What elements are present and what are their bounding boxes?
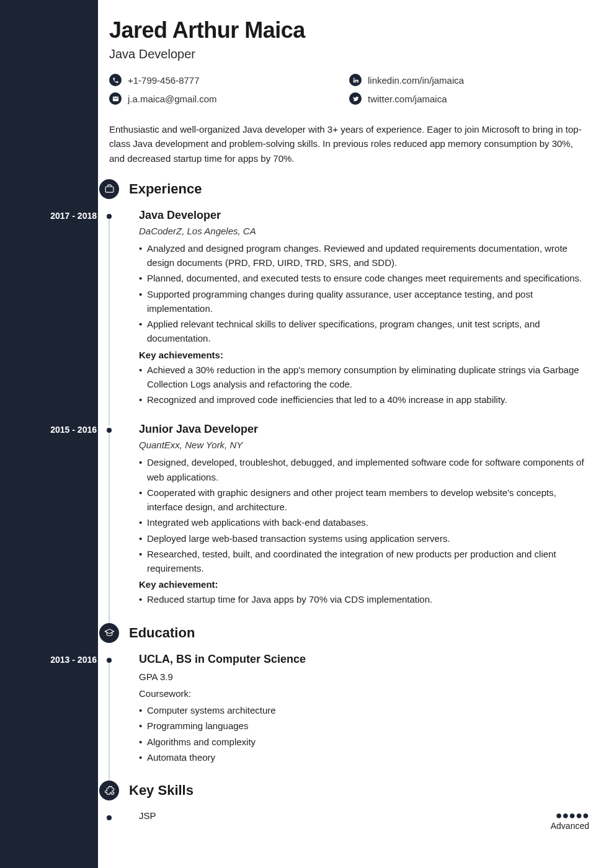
entry-title: Junior Java Developer bbox=[139, 423, 589, 436]
bullet-item: Cooperated with graphic designers and ot… bbox=[139, 485, 589, 515]
bullet-item: Planned, documented, and executed tests … bbox=[139, 271, 589, 285]
entry-bullets: Analyzed and designed program changes. R… bbox=[139, 241, 589, 346]
experience-header: Experience bbox=[99, 179, 589, 199]
skills-header: Key Skills bbox=[99, 781, 589, 800]
entry-title: Java Developer bbox=[139, 209, 589, 222]
entry-title: UCLA, BS in Computer Science bbox=[139, 653, 589, 666]
bullet-item: Analyzed and designed program changes. R… bbox=[139, 241, 589, 270]
bullet-item: Deployed large web-based transaction sys… bbox=[139, 531, 589, 546]
linkedin-value: linkedin.com/in/jamaica bbox=[368, 75, 464, 86]
gpa: GPA 3.9 bbox=[139, 670, 589, 684]
bullet-item: Researched, tested, built, and coordinat… bbox=[139, 547, 589, 576]
timeline-line bbox=[109, 429, 110, 625]
contact-phone: +1-799-456-8777 bbox=[109, 74, 349, 86]
main-content: Jared Arthur Maica Java Developer +1-799… bbox=[98, 0, 614, 868]
briefcase-icon bbox=[99, 179, 119, 199]
bullet-item: Designed, developed, troubleshot, debugg… bbox=[139, 455, 589, 484]
key-achievements-bullets: Achieved a 30% reduction in the app's me… bbox=[139, 363, 589, 407]
key-achievements-label: Key achievements: bbox=[139, 350, 589, 360]
phone-value: +1-799-456-8777 bbox=[128, 75, 200, 86]
timeline-dot bbox=[107, 658, 112, 663]
person-name: Jared Arthur Maica bbox=[109, 17, 589, 43]
key-achievements-label: Key achievement: bbox=[139, 579, 589, 590]
summary: Enthusiastic and well-organized Java dev… bbox=[109, 122, 589, 166]
rating-dots: ●●●●● bbox=[551, 809, 589, 822]
skill-entry: JSP●●●●●Advanced bbox=[109, 810, 589, 821]
coursework-list: Computer systems architectureProgramming… bbox=[139, 703, 589, 764]
email-value: j.a.maica@gmail.com bbox=[128, 94, 217, 104]
bullet-item: Achieved a 30% reduction in the app's me… bbox=[139, 363, 589, 392]
timeline-dot bbox=[107, 214, 112, 219]
puzzle-icon bbox=[99, 781, 119, 800]
entry-company: DaCoderZ, Los Angeles, CA bbox=[139, 226, 589, 236]
experience-entry: 2015 - 2016Junior Java DeveloperQuantExx… bbox=[109, 423, 589, 606]
linkedin-icon bbox=[349, 74, 362, 86]
skill-rating: ●●●●●Advanced bbox=[551, 809, 589, 831]
contacts: +1-799-456-8777 j.a.maica@gmail.com link… bbox=[109, 74, 589, 111]
contact-linkedin: linkedin.com/in/jamaica bbox=[349, 74, 589, 86]
email-icon bbox=[109, 92, 122, 105]
education-header: Education bbox=[99, 623, 589, 643]
timeline-line bbox=[109, 659, 110, 784]
experience-title: Experience bbox=[129, 181, 202, 197]
bullet-item: Algorithms and complexity bbox=[139, 735, 589, 749]
twitter-icon bbox=[349, 92, 362, 105]
graduation-cap-icon bbox=[99, 623, 119, 643]
bullet-item: Integrated web applications with back-en… bbox=[139, 515, 589, 529]
bullet-item: Recognized and improved code inefficienc… bbox=[139, 392, 589, 407]
skills-title: Key Skills bbox=[129, 782, 194, 799]
twitter-value: twitter.com/jamaica bbox=[368, 94, 447, 104]
timeline-dot bbox=[107, 428, 112, 433]
bullet-item: Automata theory bbox=[139, 750, 589, 764]
entry-company: QuantExx, New York, NY bbox=[139, 440, 589, 450]
entry-date: 2017 - 2018 bbox=[29, 211, 97, 221]
job-title: Java Developer bbox=[109, 47, 589, 61]
contact-twitter: twitter.com/jamaica bbox=[349, 92, 589, 105]
education-title: Education bbox=[129, 625, 195, 641]
entry-date: 2015 - 2016 bbox=[29, 425, 97, 435]
phone-icon bbox=[109, 74, 122, 86]
skill-level: Advanced bbox=[551, 821, 589, 831]
bullet-item: Supported programming changes during qua… bbox=[139, 287, 589, 316]
contact-email: j.a.maica@gmail.com bbox=[109, 92, 349, 105]
resume-page: Jared Arthur Maica Java Developer +1-799… bbox=[0, 0, 614, 868]
entry-date: 2013 - 2016 bbox=[29, 655, 97, 665]
timeline-line bbox=[109, 215, 110, 426]
timeline-dot bbox=[107, 815, 112, 820]
svg-rect-0 bbox=[105, 187, 113, 192]
bullet-item: Computer systems architecture bbox=[139, 703, 589, 717]
experience-entry: 2017 - 2018Java DeveloperDaCoderZ, Los A… bbox=[109, 209, 589, 407]
bullet-item: Programming languages bbox=[139, 719, 589, 733]
education-entry: 2013 - 2016UCLA, BS in Computer ScienceG… bbox=[109, 653, 589, 765]
bullet-item: Reduced startup time for Java apps by 70… bbox=[139, 592, 589, 606]
key-achievements-bullets: Reduced startup time for Java apps by 70… bbox=[139, 592, 589, 606]
bullet-item: Applied relevant technical skills to del… bbox=[139, 317, 589, 346]
entry-bullets: Designed, developed, troubleshot, debugg… bbox=[139, 455, 589, 575]
coursework-label: Coursework: bbox=[139, 686, 589, 701]
skill-name: JSP bbox=[139, 810, 583, 821]
